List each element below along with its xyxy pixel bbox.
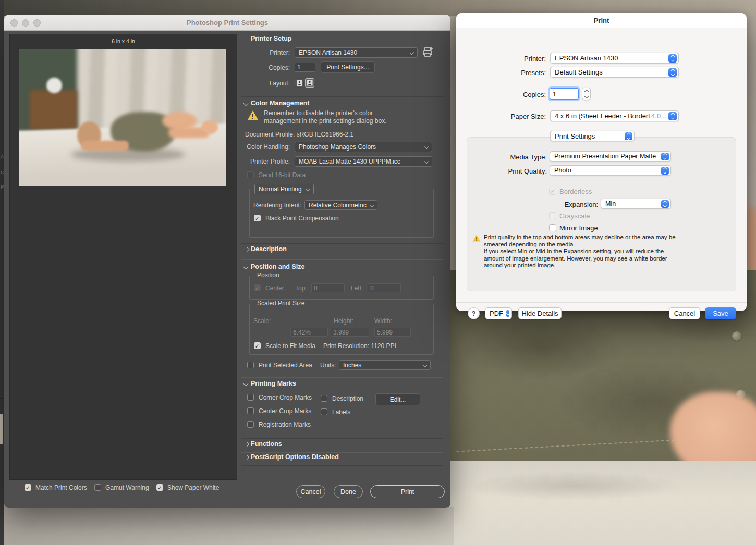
close-button[interactable] xyxy=(10,19,18,27)
rendering-intent-label: Rendering Intent: xyxy=(253,202,301,209)
minimize-button[interactable] xyxy=(22,19,29,27)
print-mode-select[interactable]: Normal Printing xyxy=(254,184,314,194)
printer-select[interactable]: EPSON Artisan 1430 xyxy=(550,53,679,64)
gamut-warning-checkbox[interactable] xyxy=(94,484,101,491)
print-quality-select[interactable]: Photo xyxy=(550,165,671,176)
photo-clock xyxy=(46,78,62,93)
show-paper-white-checkbox[interactable]: ✓ xyxy=(156,484,163,491)
collapse-chevron-icon[interactable] xyxy=(245,442,250,447)
footer-divider xyxy=(456,302,747,303)
printer-profile-label: Printer Profile: xyxy=(215,158,290,165)
printer-profile-select[interactable]: MOAB Lasal Matte 1430 UPPPM.icc xyxy=(295,156,432,167)
done-button[interactable]: Done xyxy=(334,485,363,498)
match-print-colors-checkbox[interactable]: ✓ xyxy=(25,484,31,491)
mirror-image-label: Mirror Image xyxy=(559,224,598,232)
labels-checkbox[interactable] xyxy=(321,408,327,415)
popup-stepper-icon xyxy=(661,153,669,160)
units-select[interactable]: Inches xyxy=(339,360,431,370)
copies-input[interactable] xyxy=(295,63,315,72)
color-management-header[interactable]: Color Management xyxy=(251,100,310,107)
popup-stepper-icon xyxy=(661,167,669,175)
add-printer-icon[interactable] xyxy=(422,46,434,58)
collapse-chevron-icon[interactable] xyxy=(245,247,250,252)
corner-crop-marks-checkbox[interactable] xyxy=(247,394,254,401)
section-divider xyxy=(241,465,443,466)
color-handling-select[interactable]: Photoshop Manages Colors xyxy=(295,142,432,152)
expansion-warning-text: Print quality in the top and bottom area… xyxy=(484,234,692,269)
paper-size-select[interactable]: 4 x 6 in (Sheet Feeder - Borderless) 4.0… xyxy=(550,110,679,121)
mirror-image-checkbox[interactable] xyxy=(549,224,556,231)
functions-header[interactable]: Functions xyxy=(251,440,282,448)
printer-setup-header: Printer Setup xyxy=(251,35,292,42)
description-header[interactable]: Description xyxy=(251,245,287,253)
section-divider xyxy=(241,96,443,97)
edit-button[interactable]: Edit... xyxy=(375,393,420,405)
cancel-button[interactable]: Cancel xyxy=(296,485,325,498)
scale-to-fit-checkbox[interactable]: ✓ xyxy=(254,342,261,349)
scaled-print-size-legend: Scaled Print Size xyxy=(254,300,307,307)
registration-marks-checkbox[interactable] xyxy=(247,421,254,428)
width-label: Width: xyxy=(374,317,392,325)
hide-details-button[interactable]: Hide Details xyxy=(518,307,562,319)
section-divider xyxy=(241,452,443,453)
corner-crop-marks-label: Corner Crop Marks xyxy=(259,394,312,401)
print-settings-button[interactable]: Print Settings... xyxy=(321,61,375,73)
cancel-button[interactable]: Cancel xyxy=(669,307,700,319)
document-profile-text: Document Profile: sRGB IEC61966-2.1 xyxy=(245,131,353,138)
match-print-colors-label: Match Print Colors xyxy=(35,484,87,491)
layout-landscape-button[interactable] xyxy=(305,78,314,88)
layout-portrait-button[interactable] xyxy=(295,78,304,88)
position-legend: Position xyxy=(254,271,282,279)
black-point-checkbox[interactable]: ✓ xyxy=(254,215,261,221)
traffic-lights xyxy=(10,19,41,27)
registration-marks-label: Registration Marks xyxy=(259,421,311,428)
page-margin-dashed-line xyxy=(19,48,226,48)
collapse-chevron-icon[interactable] xyxy=(243,381,249,387)
borderless-checkbox: ✓ xyxy=(549,188,556,195)
presets-select[interactable]: Default Settings xyxy=(550,67,679,78)
media-type-select[interactable]: Premium Presentation Paper Matte xyxy=(550,151,671,162)
panel-divider xyxy=(0,398,4,399)
grayscale-checkbox xyxy=(549,212,556,219)
section-divider xyxy=(241,243,443,244)
grayscale-label: Grayscale xyxy=(559,212,590,220)
position-and-size-header[interactable]: Position and Size xyxy=(251,263,305,270)
help-button[interactable]: ? xyxy=(468,307,480,319)
printer-select[interactable]: EPSON Artisan 1430 xyxy=(295,47,418,58)
chevron-down-icon xyxy=(423,363,427,367)
title-bar[interactable]: Print xyxy=(456,13,747,28)
zoom-button[interactable] xyxy=(33,19,41,27)
black-point-label: Black Point Compensation xyxy=(265,215,339,222)
print-settings-pane: Media Type: Premium Presentation Paper M… xyxy=(467,137,736,291)
pdf-menu-button[interactable]: PDF xyxy=(485,307,512,319)
color-management-warning: Remember to disable the printer's color … xyxy=(264,109,420,125)
rendering-intent-select[interactable]: Relative Colorimetric xyxy=(304,200,377,210)
dialog-title: Photoshop Print Settings xyxy=(187,19,268,27)
print-mode-group xyxy=(249,189,434,238)
photo-baby-foot xyxy=(201,120,218,134)
copies-stepper[interactable] xyxy=(582,88,591,100)
save-button[interactable]: Save xyxy=(705,307,736,319)
printing-marks-header[interactable]: Printing Marks xyxy=(251,380,296,387)
popup-stepper-icon xyxy=(668,68,677,77)
postscript-options-header[interactable]: PostScript Options Disabled xyxy=(251,453,339,461)
copies-input[interactable] xyxy=(550,88,579,100)
portrait-orientation-icon xyxy=(297,80,302,86)
print-button[interactable]: Print xyxy=(370,485,445,498)
settings-pane-select[interactable]: Print Settings xyxy=(550,131,635,141)
title-bar[interactable]: Photoshop Print Settings xyxy=(4,15,450,31)
panel-thumbnail-fragment xyxy=(0,414,3,444)
center-crop-marks-checkbox[interactable] xyxy=(247,407,254,414)
description-checkbox[interactable] xyxy=(321,395,327,402)
collapse-chevron-icon[interactable] xyxy=(243,101,249,106)
expansion-select[interactable]: Min xyxy=(601,199,671,209)
warning-icon xyxy=(247,110,259,120)
print-selected-area-checkbox[interactable] xyxy=(247,362,254,368)
collapse-chevron-icon[interactable] xyxy=(243,265,249,270)
photo-baby-arm xyxy=(81,141,129,150)
paper-size-label: 6 in x 4 in xyxy=(10,38,237,44)
printer-label: Printer: xyxy=(477,55,546,63)
labels-checkbox-label: Labels xyxy=(332,408,350,416)
collapse-chevron-icon[interactable] xyxy=(245,455,250,460)
send-16bit-checkbox xyxy=(247,171,254,178)
